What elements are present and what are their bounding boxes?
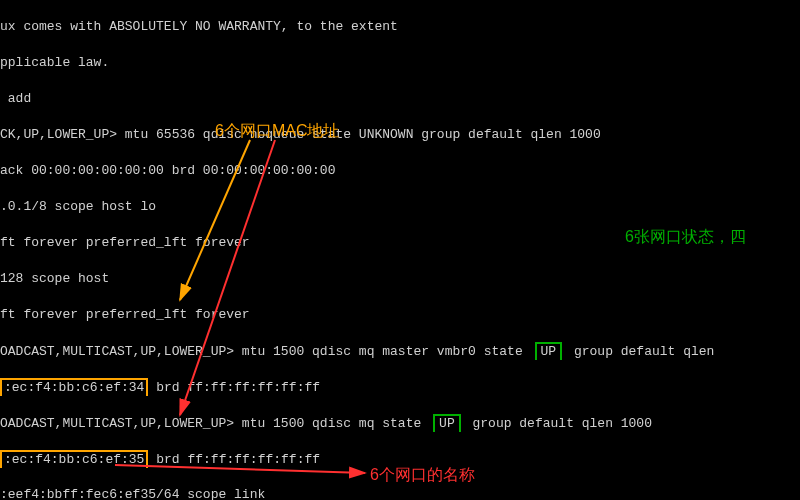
text-line: .0.1/8 scope host lo bbox=[0, 198, 800, 216]
state-up-box: UP bbox=[433, 414, 461, 432]
text-line: pplicable law. bbox=[0, 54, 800, 72]
flags: OADCAST,MULTICAST,UP,LOWER_UP> mtu 1500 … bbox=[0, 344, 523, 359]
annotation-status: 6张网口状态，四 bbox=[625, 228, 746, 246]
flags: OADCAST,MULTICAST,UP,LOWER_UP> mtu 1500 … bbox=[0, 416, 421, 431]
suffix: group default qlen bbox=[574, 344, 722, 359]
brd: brd ff:ff:ff:ff:ff:ff bbox=[148, 380, 320, 395]
mac-line: :ec:f4:bb:c6:ef:34 brd ff:ff:ff:ff:ff:ff bbox=[0, 378, 800, 396]
text-line: add bbox=[0, 90, 800, 108]
iface-line: OADCAST,MULTICAST,UP,LOWER_UP> mtu 1500 … bbox=[0, 342, 800, 360]
text-line: 128 scope host bbox=[0, 270, 800, 288]
suffix: group default qlen 1000 bbox=[473, 416, 652, 431]
annotation-mac: 6个网口MAC地址 bbox=[215, 122, 339, 140]
text-line: ack 00:00:00:00:00:00 brd 00:00:00:00:00… bbox=[0, 162, 800, 180]
mac-box-2: :ec:f4:bb:c6:ef:35 bbox=[0, 450, 148, 468]
brd: brd ff:ff:ff:ff:ff:ff bbox=[148, 452, 320, 467]
text-line: ft forever preferred_lft forever bbox=[0, 306, 800, 324]
mac-box-1: :ec:f4:bb:c6:ef:34 bbox=[0, 378, 148, 396]
state-up-box: UP bbox=[535, 342, 563, 360]
text-line: :eef4:bbff:fec6:ef35/64 scope link bbox=[0, 486, 800, 500]
annotation-names: 6个网口的名称 bbox=[370, 466, 475, 484]
iface-line: OADCAST,MULTICAST,UP,LOWER_UP> mtu 1500 … bbox=[0, 414, 800, 432]
text-line: ux comes with ABSOLUTELY NO WARRANTY, to… bbox=[0, 18, 800, 36]
text-line: CK,UP,LOWER_UP> mtu 65536 qdisc noqueue … bbox=[0, 126, 800, 144]
terminal-output: ux comes with ABSOLUTELY NO WARRANTY, to… bbox=[0, 0, 800, 500]
